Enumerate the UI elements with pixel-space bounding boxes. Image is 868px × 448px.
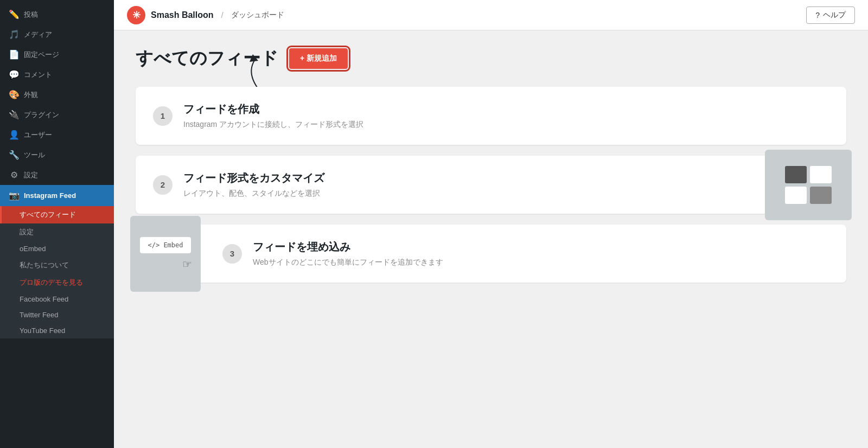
- step-3-number: 3: [222, 244, 242, 264]
- comments-icon: 💬: [9, 69, 20, 80]
- step-2-illustration: [765, 150, 852, 220]
- step-1-title: フィードを作成: [183, 102, 363, 117]
- brand-name: Smash Balloon: [151, 10, 214, 20]
- header: ✳ Smash Balloon / ダッシュボード ? ヘルプ: [114, 0, 868, 30]
- sidebar-item-settings[interactable]: ⚙ 設定: [0, 165, 114, 185]
- sidebar-instagram-feed[interactable]: 📷 Instagram Feed: [0, 185, 114, 206]
- embed-tag: </> Embed: [140, 237, 190, 253]
- sidebar-item-users[interactable]: 👤 ユーザー: [0, 125, 114, 145]
- brand-logo: ✳: [127, 6, 145, 24]
- main-area: ✳ Smash Balloon / ダッシュボード ? ヘルプ すべてのフィード…: [114, 0, 868, 448]
- sidebar-item-about[interactable]: 私たちについて: [0, 257, 114, 274]
- sidebar-item-comments[interactable]: 💬 コメント: [0, 65, 114, 85]
- cursor-icon: ☞: [182, 258, 192, 271]
- help-button[interactable]: ? ヘルプ: [806, 7, 855, 24]
- sidebar-item-twitter-feed[interactable]: Twitter Feed: [0, 307, 114, 323]
- step-2-number: 2: [153, 175, 173, 195]
- help-icon: ?: [815, 11, 820, 20]
- content-area: すべてのフィード + 新規追加 1 フィードを作成 Instagram アカウン…: [114, 30, 868, 448]
- settings-icon: ⚙: [9, 170, 20, 180]
- sidebar-item-posts[interactable]: ✏️ 投稿: [0, 4, 114, 24]
- sidebar-item-tools[interactable]: 🔧 ツール: [0, 145, 114, 165]
- step-2-content: フィード形式をカスタマイズ レイアウト、配色、スタイルなどを選択: [183, 171, 324, 199]
- appearance-icon: 🎨: [9, 89, 20, 100]
- sidebar-item-appearance[interactable]: 🎨 外観: [0, 85, 114, 105]
- instagram-icon: 📷: [9, 190, 20, 201]
- step-2-description: レイアウト、配色、スタイルなどを選択: [183, 189, 324, 199]
- step-1-content: フィードを作成 Instagram アカウントに接続し、フィード形式を選択: [183, 102, 363, 130]
- brand-separator: /: [221, 10, 224, 20]
- posts-icon: ✏️: [9, 9, 20, 20]
- svg-marker-0: [250, 54, 258, 62]
- step-2-card: 2 フィード形式をカスタマイズ レイアウト、配色、スタイルなどを選択: [136, 156, 846, 214]
- add-new-button[interactable]: + 新規追加: [289, 48, 348, 69]
- sidebar-item-facebook-feed[interactable]: Facebook Feed: [0, 291, 114, 307]
- step-1-number: 1: [153, 106, 173, 126]
- step-3-description: Webサイトのどこにでも簡単にフィードを追加できます: [253, 258, 443, 267]
- sidebar: ✏️ 投稿 🎵 メディア 📄 固定ページ 💬 コメント 🎨 外観 🔌 プラグイン…: [0, 0, 114, 448]
- sidebar-item-all-feeds[interactable]: すべてのフィード: [0, 206, 114, 223]
- sidebar-submenu: すべてのフィード 設定 oEmbed 私たちについて プロ版のデモを見る Fac…: [0, 206, 114, 338]
- step-1-description: Instagram アカウントに接続し、フィード形式を選択: [183, 120, 363, 130]
- sidebar-item-pages[interactable]: 📄 固定ページ: [0, 44, 114, 65]
- brand: ✳ Smash Balloon / ダッシュボード: [127, 6, 284, 24]
- steps-container: 1 フィードを作成 Instagram アカウントに接続し、フィード形式を選択 …: [136, 87, 846, 283]
- sidebar-item-media[interactable]: 🎵 メディア: [0, 24, 114, 44]
- step-3-content: フィードを埋め込み Webサイトのどこにでも簡単にフィードを追加できます: [253, 240, 443, 267]
- users-icon: 👤: [9, 130, 20, 140]
- sidebar-item-settings-sub[interactable]: 設定: [0, 223, 114, 241]
- step-1-card: 1 フィードを作成 Instagram アカウントに接続し、フィード形式を選択: [136, 87, 846, 145]
- step-2-title: フィード形式をカスタマイズ: [183, 171, 324, 185]
- sidebar-item-youtube-feed[interactable]: YouTube Feed: [0, 323, 114, 338]
- sidebar-item-plugins[interactable]: 🔌 プラグイン: [0, 105, 114, 125]
- sidebar-item-oembed[interactable]: oEmbed: [0, 241, 114, 257]
- brand-page: ダッシュボード: [231, 10, 284, 20]
- plugins-icon: 🔌: [9, 110, 20, 120]
- step-3-title: フィードを埋め込み: [253, 240, 443, 254]
- step-3-illustration: </> Embed ☞: [130, 216, 201, 292]
- pages-icon: 📄: [9, 49, 20, 60]
- sidebar-item-pro-demo[interactable]: プロ版のデモを見る: [0, 274, 114, 291]
- media-icon: 🎵: [9, 29, 20, 40]
- tools-icon: 🔧: [9, 150, 20, 160]
- step-3-card: </> Embed ☞ 3 フィードを埋め込み Webサイトのどこにでも簡単にフ…: [136, 225, 846, 283]
